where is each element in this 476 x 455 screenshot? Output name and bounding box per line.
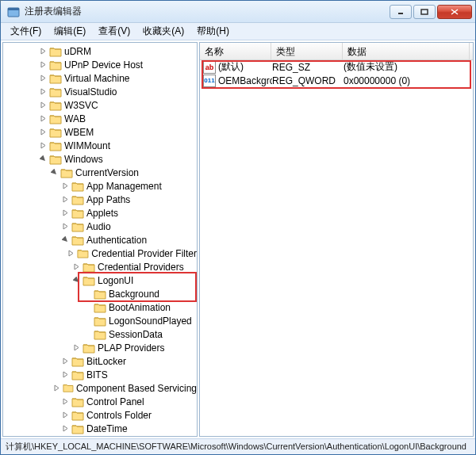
titlebar[interactable]: 注册表编辑器 bbox=[1, 1, 475, 23]
expander-closed-icon[interactable] bbox=[60, 411, 70, 420]
folder-icon bbox=[71, 410, 84, 421]
column-name[interactable]: 名称 bbox=[200, 43, 271, 59]
tree-item[interactable]: WBEM bbox=[5, 125, 197, 139]
folder-icon bbox=[71, 181, 84, 192]
expander-closed-icon[interactable] bbox=[60, 370, 70, 380]
tree-item[interactable]: Credential Providers bbox=[5, 260, 197, 273]
list-row[interactable]: 011OEMBackgrou...REG_QWORD0x00000000 (0) bbox=[200, 74, 473, 87]
expander-open-icon[interactable] bbox=[49, 168, 59, 178]
tree-item[interactable]: WAB bbox=[5, 112, 197, 125]
expander-closed-icon[interactable] bbox=[71, 262, 81, 272]
tree-item[interactable]: Windows bbox=[5, 152, 197, 166]
expander-closed-icon[interactable] bbox=[60, 397, 70, 407]
expander-open-icon[interactable] bbox=[71, 276, 81, 285]
tree-item-label: Credential Providers bbox=[98, 262, 184, 273]
expander-closed-icon[interactable] bbox=[60, 222, 70, 231]
statusbar: 计算机\HKEY_LOCAL_MACHINE\SOFTWARE\Microsof… bbox=[1, 438, 475, 454]
expander-closed-icon[interactable] bbox=[71, 343, 81, 353]
tree-item-label: Credential Provider Filter bbox=[91, 248, 197, 259]
menu-file[interactable]: 文件(F) bbox=[4, 23, 48, 40]
folder-icon bbox=[49, 86, 62, 98]
expander-closed-icon[interactable] bbox=[38, 101, 48, 110]
tree-item[interactable]: Applets bbox=[5, 206, 197, 220]
expander-none bbox=[83, 316, 92, 326]
menu-edit[interactable]: 编辑(E) bbox=[48, 23, 92, 40]
value-type: REG_QWORD bbox=[272, 75, 344, 86]
folder-icon bbox=[83, 342, 95, 354]
menu-favorites[interactable]: 收藏夹(A) bbox=[136, 23, 190, 40]
tree-item[interactable]: BitLocker bbox=[5, 354, 197, 368]
expander-closed-icon[interactable] bbox=[67, 249, 75, 258]
column-type[interactable]: 类型 bbox=[271, 43, 343, 59]
folder-icon bbox=[94, 315, 106, 327]
tree-item-label: uDRM bbox=[64, 46, 91, 57]
tree-item[interactable]: Authentication bbox=[5, 233, 197, 247]
tree-item[interactable]: App Management bbox=[5, 179, 197, 193]
tree-item[interactable]: Virtual Machine bbox=[5, 71, 197, 85]
expander-closed-icon[interactable] bbox=[38, 47, 48, 56]
expander-closed-icon[interactable] bbox=[60, 357, 70, 366]
folder-icon bbox=[83, 262, 95, 273]
expander-closed-icon[interactable] bbox=[60, 195, 70, 205]
tree-item[interactable]: LogonSoundPlayed bbox=[5, 314, 197, 327]
folder-icon bbox=[94, 329, 106, 340]
value-type: REG_SZ bbox=[272, 62, 344, 73]
expander-closed-icon[interactable] bbox=[38, 87, 48, 97]
tree-item[interactable]: LogonUI bbox=[5, 273, 197, 287]
expander-closed-icon[interactable] bbox=[38, 74, 48, 83]
menu-view[interactable]: 查看(V) bbox=[92, 23, 136, 40]
tree-item[interactable]: BootAnimation bbox=[5, 300, 197, 314]
expander-closed-icon[interactable] bbox=[60, 424, 70, 434]
tree-item[interactable]: Background bbox=[5, 287, 197, 300]
tree-item[interactable]: SessionData bbox=[5, 327, 197, 341]
folder-icon bbox=[94, 289, 106, 300]
expander-closed-icon[interactable] bbox=[60, 208, 70, 218]
folder-icon bbox=[63, 383, 74, 394]
expander-none bbox=[83, 330, 92, 339]
binary-value-icon: 011 bbox=[203, 75, 216, 87]
column-data[interactable]: 数据 bbox=[343, 43, 470, 59]
expander-closed-icon[interactable] bbox=[38, 128, 48, 137]
tree-item[interactable]: Audio bbox=[5, 220, 197, 233]
close-button[interactable] bbox=[437, 5, 472, 19]
tree-item-label: App Paths bbox=[86, 194, 130, 205]
tree-item-label: BootAnimation bbox=[109, 302, 171, 313]
tree-item[interactable]: Credential Provider Filter bbox=[5, 247, 197, 260]
tree-pane[interactable]: uDRMUPnP Device HostVirtual MachineVisua… bbox=[2, 42, 198, 437]
tree-item[interactable]: CurrentVersion bbox=[5, 166, 197, 179]
tree-item-label: CurrentVersion bbox=[75, 167, 139, 178]
tree-item[interactable]: Component Based Servicing bbox=[5, 381, 197, 395]
tree-item[interactable]: App Paths bbox=[5, 193, 197, 206]
maximize-button[interactable] bbox=[413, 5, 436, 19]
tree-item[interactable]: W3SVC bbox=[5, 98, 197, 112]
tree: uDRMUPnP Device HostVirtual MachineVisua… bbox=[3, 43, 197, 437]
tree-item[interactable]: PLAP Providers bbox=[5, 341, 197, 354]
tree-item[interactable]: UPnP Device Host bbox=[5, 58, 197, 71]
tree-item-label: Windows bbox=[64, 154, 103, 165]
expander-closed-icon[interactable] bbox=[38, 114, 48, 124]
list-pane[interactable]: 名称 类型 数据 ab(默认)REG_SZ(数值未设置)011OEMBackgr… bbox=[199, 42, 474, 437]
expander-closed-icon[interactable] bbox=[38, 141, 48, 151]
window-frame: 注册表编辑器 文件(F) 编辑(E) 查看(V) 收藏夹(A) 帮助(H) uD… bbox=[0, 0, 476, 455]
tree-item[interactable]: Controls Folder bbox=[5, 408, 197, 422]
tree-item[interactable]: DateTime bbox=[5, 422, 197, 435]
list-row[interactable]: ab(默认)REG_SZ(数值未设置) bbox=[200, 60, 473, 74]
menu-help[interactable]: 帮助(H) bbox=[190, 23, 236, 40]
tree-item-label: W3SVC bbox=[64, 100, 98, 111]
tree-item-label: Controls Folder bbox=[86, 410, 152, 421]
tree-item[interactable]: uDRM bbox=[5, 44, 197, 58]
expander-closed-icon[interactable] bbox=[60, 182, 70, 191]
minimize-button[interactable] bbox=[390, 5, 412, 19]
folder-icon bbox=[71, 356, 84, 367]
tree-item[interactable]: Control Panel bbox=[5, 395, 197, 408]
expander-open-icon[interactable] bbox=[60, 235, 70, 245]
tree-item[interactable]: VisualStudio bbox=[5, 85, 197, 98]
expander-closed-icon[interactable] bbox=[38, 60, 48, 70]
tree-item[interactable]: Device Installer bbox=[5, 435, 197, 437]
tree-item[interactable]: BITS bbox=[5, 368, 197, 381]
expander-open-icon[interactable] bbox=[38, 155, 48, 164]
expander-closed-icon[interactable] bbox=[53, 384, 61, 393]
folder-icon bbox=[71, 208, 84, 219]
tree-item-label: Device Installer bbox=[86, 437, 152, 438]
tree-item[interactable]: WIMMount bbox=[5, 139, 197, 152]
